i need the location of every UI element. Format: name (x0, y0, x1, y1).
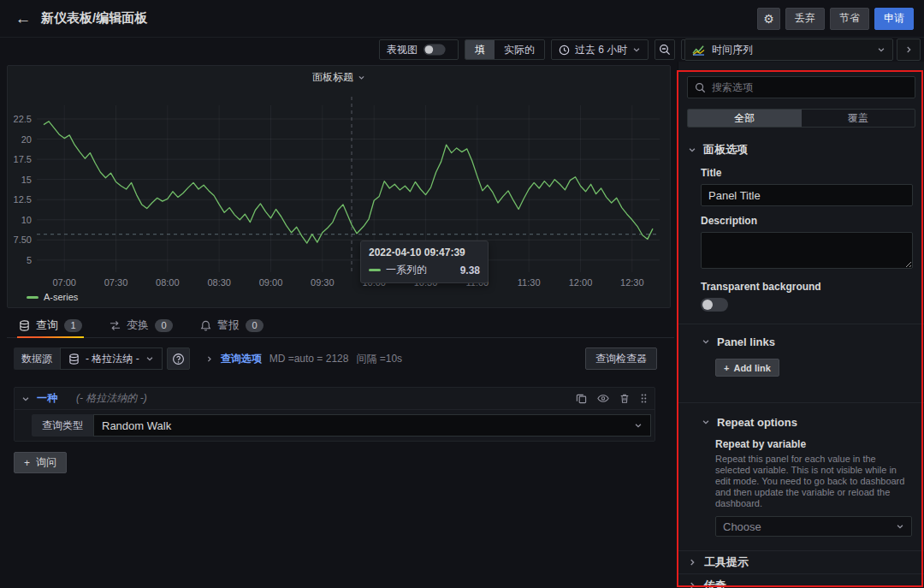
chevron-down-icon (702, 337, 710, 346)
drag-handle-icon[interactable] (640, 393, 648, 404)
zoom-out-icon (659, 44, 671, 56)
clock-icon (559, 45, 570, 56)
add-query-label: 询问 (36, 455, 56, 470)
options-search[interactable] (687, 76, 915, 98)
panel-toolbar: 表视图 填 实际的 过去 6 小时 (379, 39, 702, 60)
svg-text:11:30: 11:30 (518, 277, 541, 288)
delete-query-button[interactable] (619, 393, 630, 404)
zoom-out-button[interactable] (654, 39, 675, 60)
section-legend[interactable]: 传奇 (678, 573, 924, 588)
back-button[interactable]: ← (10, 6, 36, 32)
query-type-label: 查询类型 (32, 414, 93, 437)
title-field-label: Title (701, 167, 913, 179)
chevron-down-icon (21, 395, 30, 403)
query-refid[interactable]: 一种 (37, 391, 57, 406)
tab-query[interactable]: 查询 1 (17, 313, 84, 337)
panel-title: 面板标题 (312, 70, 353, 85)
section-divider (678, 324, 924, 324)
query-card-header[interactable]: 一种 (- 格拉法纳的 -) (15, 388, 654, 410)
repeat-by-variable-label: Repeat by variable (715, 438, 912, 450)
panel-options-pane: 全部 覆盖 面板选项 Title Description Transparent… (678, 62, 924, 588)
transform-icon (110, 320, 121, 331)
chevron-down-icon (688, 146, 696, 154)
apply-button[interactable]: 申请 (874, 8, 914, 30)
add-link-button[interactable]: + Add link (715, 359, 779, 377)
tab-alert-badge: 0 (246, 319, 264, 332)
svg-text:20: 20 (21, 134, 32, 145)
transparent-background-toggle[interactable] (701, 298, 728, 312)
add-query-button[interactable]: + 询问 (14, 452, 67, 473)
svg-text:07:30: 07:30 (104, 277, 128, 288)
table-view-toggle[interactable] (424, 45, 446, 56)
query-options-link[interactable]: 查询选项 (221, 352, 262, 366)
description-textarea[interactable] (701, 232, 913, 269)
chevron-down-icon (877, 45, 886, 54)
tab-transform[interactable]: 变换 0 (108, 313, 175, 337)
svg-text:22.5: 22.5 (14, 114, 32, 124)
chevron-right-icon (688, 558, 696, 567)
save-button[interactable]: 节省 (830, 8, 869, 30)
section-panel-links-label: Panel links (717, 336, 775, 348)
top-bar: ← 新仪表板/编辑面板 ⚙ 丢弃 节省 申请 (0, 0, 924, 38)
svg-text:08:30: 08:30 (207, 277, 231, 288)
repeat-variable-select[interactable]: Choose (715, 516, 912, 537)
hide-query-button[interactable] (597, 393, 609, 404)
query-inspector-button[interactable]: 查询检查器 (585, 347, 657, 370)
chevron-right-icon (904, 45, 913, 54)
tab-alert[interactable]: 警报 0 (198, 313, 265, 337)
datasource-picker[interactable]: - 格拉法纳 - (60, 347, 163, 370)
tab-query-badge: 1 (64, 319, 82, 332)
settings-button[interactable]: ⚙ (757, 8, 780, 30)
collapse-options-button[interactable] (897, 39, 921, 61)
plus-icon: + (24, 457, 30, 469)
legend-item-a-series[interactable]: A-series (27, 292, 78, 302)
chart-tooltip: 2022-04-10 09:47:39 一系列的 9.38 (360, 241, 489, 283)
svg-text:15: 15 (21, 175, 32, 185)
timeseries-viz-icon (692, 45, 705, 56)
chevron-down-icon (632, 45, 641, 54)
datasource-value: - 格拉法纳 - (86, 352, 139, 366)
visualization-picker[interactable]: 时间序列 (684, 39, 893, 61)
tooltip-timestamp: 2022-04-10 09:47:39 (369, 246, 480, 258)
svg-text:10: 10 (21, 215, 32, 225)
chevron-down-icon (634, 421, 643, 430)
fill-actual-segment: 填 实际的 (465, 39, 545, 60)
section-tooltip[interactable]: 工具提示 (678, 550, 924, 573)
repeat-description: Repeat this panel for each value in the … (715, 454, 912, 509)
interval-value: 间隔 =10s (356, 352, 402, 366)
database-icon (19, 320, 30, 331)
actual-option[interactable]: 实际的 (495, 40, 544, 59)
section-legend-label: 传奇 (704, 578, 726, 588)
tab-all-options[interactable]: 全部 (688, 110, 802, 127)
tab-alert-label: 警报 (217, 318, 240, 333)
visualization-label: 时间序列 (712, 43, 753, 57)
legend-label: A-series (44, 292, 78, 302)
query-type-select[interactable]: Random Walk (93, 414, 651, 437)
gear-icon: ⚙ (763, 12, 774, 26)
duplicate-query-button[interactable] (576, 393, 587, 404)
help-icon (172, 353, 185, 365)
chevron-right-icon (205, 355, 213, 363)
section-panel-options[interactable]: 面板选项 (678, 141, 924, 158)
search-icon (695, 82, 706, 93)
section-repeat-options[interactable]: Repeat options (678, 413, 924, 431)
options-search-input[interactable] (712, 81, 908, 93)
chevron-right-icon (688, 581, 696, 588)
panel-title-input[interactable] (701, 184, 913, 206)
svg-text:12.5: 12.5 (14, 194, 32, 205)
panel-title-menu[interactable]: 面板标题 (8, 66, 670, 88)
tab-query-label: 查询 (36, 318, 58, 333)
datasource-row: 数据源 - 格拉法纳 - 查询选项 MD =auto = 2128 间隔 =10… (14, 347, 657, 370)
discard-button[interactable]: 丢弃 (785, 8, 825, 30)
transparent-background-label: Transparent background (701, 281, 913, 293)
datasource-help-button[interactable] (167, 347, 190, 370)
svg-text:12:00: 12:00 (569, 277, 593, 288)
time-range-picker[interactable]: 过去 6 小时 (551, 39, 649, 60)
section-panel-links[interactable]: Panel links (678, 333, 924, 350)
timeseries-chart[interactable]: 07:0007:3008:0008:3009:0009:3010:0010:30… (8, 86, 672, 290)
section-tooltip-label: 工具提示 (704, 555, 749, 570)
tab-overrides[interactable]: 覆盖 (802, 110, 915, 127)
description-field-label: Description (701, 215, 913, 227)
tooltip-value: 9.38 (460, 264, 480, 276)
fill-option[interactable]: 填 (465, 40, 495, 59)
